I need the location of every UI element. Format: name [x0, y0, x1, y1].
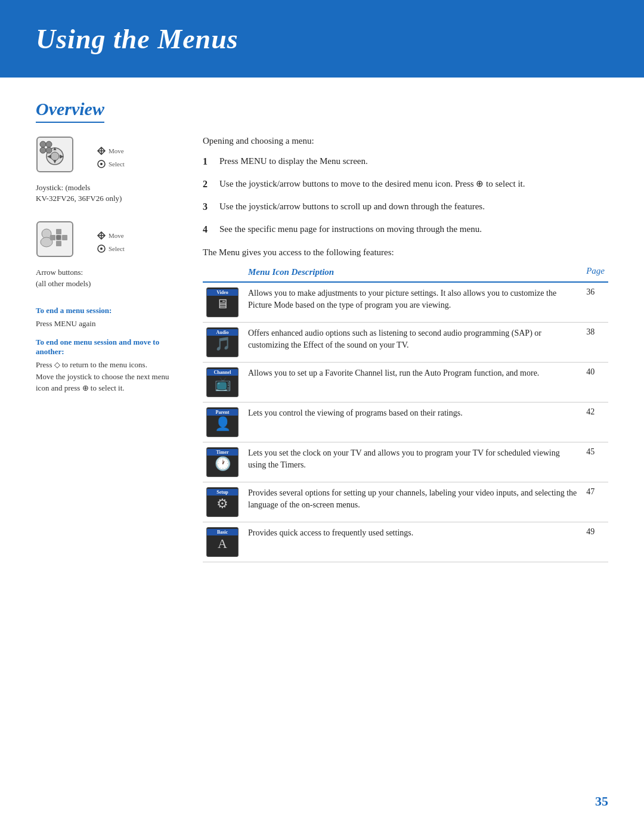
tip2-title: To end one menu session and move to anot… [36, 337, 179, 357]
menu-icon-cell-timer: Timer🕐 [203, 442, 244, 482]
select-circle2-icon [97, 244, 106, 253]
menu-icon-glyph-setup: ⚙ [216, 497, 228, 510]
svg-point-9 [40, 147, 46, 153]
menu-page-basic: 49 [583, 522, 608, 562]
table-row: BasicAProvides quick access to frequentl… [203, 522, 608, 562]
step-3-text: Use the joystick/arrow buttons to scroll… [219, 200, 485, 214]
table-header-description: Menu Icon Description [244, 264, 583, 282]
menu-icon-cell-audio: Audio🎵 [203, 322, 244, 362]
menu-desc-parent: Lets you control the viewing of programs… [244, 402, 583, 442]
menu-page-audio: 38 [583, 322, 608, 362]
table-header-row: Menu Icon Description Page [203, 264, 608, 282]
menu-icon-label-timer: Timer [207, 449, 238, 456]
svg-text:▲: ▲ [52, 145, 58, 151]
steps-list: 1 Press MENU to display the Menu screen.… [203, 154, 608, 237]
menu-desc-audio: Offers enhanced audio options such as li… [244, 322, 583, 362]
table-row: Setup⚙Provides several options for setti… [203, 482, 608, 522]
section-title: Overview [36, 99, 104, 123]
select-label-arrow: Select [97, 244, 125, 253]
menu-icon-glyph-audio: 🎵 [215, 337, 231, 351]
move-arrow2-icon [97, 231, 106, 240]
menu-page-parent: 42 [583, 402, 608, 442]
step-4-num: 4 [203, 222, 213, 237]
move-label: Move [97, 146, 125, 156]
menu-page-setup: 47 [583, 482, 608, 522]
joystick-remote-svg: ▲ ▼ ◀ ▶ [36, 136, 88, 179]
table-row: Video🖥Allows you to make adjustments to … [203, 282, 608, 323]
menu-icon-label-basic: Basic [207, 529, 238, 535]
svg-point-8 [46, 141, 52, 147]
menu-icon-glyph-channel: 📺 [215, 377, 231, 391]
menu-desc-video: Allows you to make adjustments to your p… [244, 282, 583, 323]
arrow-remote-section: Move Select Arrow buttons: (all ot [36, 221, 179, 289]
menu-icon-cell-basic: BasicA [203, 522, 244, 562]
step-3: 3 Use the joystick/arrow buttons to scro… [203, 200, 608, 214]
tip1-text: Press MENU again [36, 318, 179, 330]
svg-point-10 [46, 147, 52, 153]
menu-icon-glyph-timer: 🕐 [215, 457, 231, 470]
arrow-remote-image: Move Select [36, 221, 179, 264]
menu-desc-setup: Provides several options for setting up … [244, 482, 583, 522]
joystick-remote-image: ▲ ▼ ◀ ▶ [36, 136, 179, 179]
opening-label: Opening and choosing a menu: [203, 136, 608, 146]
main-content: Overview ▲ ▼ ◀ ▶ [0, 78, 644, 598]
svg-rect-22 [50, 235, 55, 240]
tip1-title: To end a menu session: [36, 306, 179, 315]
menu-desc-channel: Allows you to set up a Favorite Channel … [244, 362, 583, 402]
step-1-num: 1 [203, 154, 213, 169]
svg-text:▼: ▼ [52, 159, 58, 165]
right-column: Opening and choosing a menu: 1 Press MEN… [203, 136, 608, 562]
menu-icon-cell-video: Video🖥 [203, 282, 244, 323]
menu-icon-glyph-parent: 👤 [215, 417, 231, 431]
menu-features-table: Menu Icon Description Page Video🖥Allows … [203, 264, 608, 562]
svg-point-24 [56, 235, 61, 240]
step-2-num: 2 [203, 177, 213, 191]
step-2-text: Use the joystick/arrow buttons to move t… [219, 177, 525, 191]
menu-icon-label-video: Video [207, 289, 238, 296]
svg-rect-23 [62, 235, 67, 240]
menu-icon-glyph-basic: A [218, 537, 227, 550]
menu-icon-cell-parent: Parent👤 [203, 402, 244, 442]
step-4-text: See the specific menu page for instructi… [219, 222, 482, 237]
tip2-text: Press ◇ to return to the menu icons.Move… [36, 359, 179, 394]
move-arrow-icon [97, 146, 106, 156]
arrow-labels: Move Select [97, 231, 125, 253]
select-label-joystick: Select [97, 159, 125, 169]
menu-icon-label-audio: Audio [207, 329, 238, 336]
arrow-remote-svg [36, 221, 88, 264]
menu-icon-cell-channel: Channel📺 [203, 362, 244, 402]
svg-point-7 [40, 141, 46, 147]
joystick-remote-section: ▲ ▼ ◀ ▶ [36, 136, 179, 204]
table-row: Parent👤Lets you control the viewing of p… [203, 402, 608, 442]
joystick-caption: Joystick: (models KV-32FV26, 36FV26 only… [36, 182, 179, 204]
step-1-text: Press MENU to display the Menu screen. [219, 154, 368, 169]
menu-icon-label-parent: Parent [207, 409, 238, 416]
menu-desc-timer: Lets you set the clock on your TV and al… [244, 442, 583, 482]
menu-icon-label-setup: Setup [207, 489, 238, 496]
step-2: 2 Use the joystick/arrow buttons to move… [203, 177, 608, 191]
menu-page-timer: 45 [583, 442, 608, 482]
step-4: 4 See the specific menu page for instruc… [203, 222, 608, 237]
joystick-labels: Move Select [97, 146, 125, 169]
menu-page-channel: 40 [583, 362, 608, 402]
svg-rect-20 [56, 229, 61, 234]
header-banner: Using the Menus [0, 0, 644, 78]
svg-point-29 [100, 247, 103, 250]
svg-rect-21 [56, 241, 61, 246]
page-number: 35 [595, 794, 608, 809]
menu-page-video: 36 [583, 282, 608, 323]
arrow-caption: Arrow buttons: (all other models) [36, 267, 179, 289]
menu-desc-basic: Provides quick access to frequently used… [244, 522, 583, 562]
features-intro: The Menu gives you access to the followi… [203, 247, 608, 258]
step-1: 1 Press MENU to display the Menu screen. [203, 154, 608, 169]
select-circle-icon [97, 159, 106, 169]
svg-text:▶: ▶ [60, 153, 64, 159]
page-title: Using the Menus [36, 23, 239, 55]
table-row: Channel📺Allows you to set up a Favorite … [203, 362, 608, 402]
menu-icon-cell-setup: Setup⚙ [203, 482, 244, 522]
table-row: Audio🎵Offers enhanced audio options such… [203, 322, 608, 362]
menu-icon-label-channel: Channel [207, 369, 238, 376]
two-column-layout: ▲ ▼ ◀ ▶ [36, 136, 608, 562]
move-label-arrow: Move [97, 231, 125, 240]
table-header-icon [203, 264, 244, 282]
